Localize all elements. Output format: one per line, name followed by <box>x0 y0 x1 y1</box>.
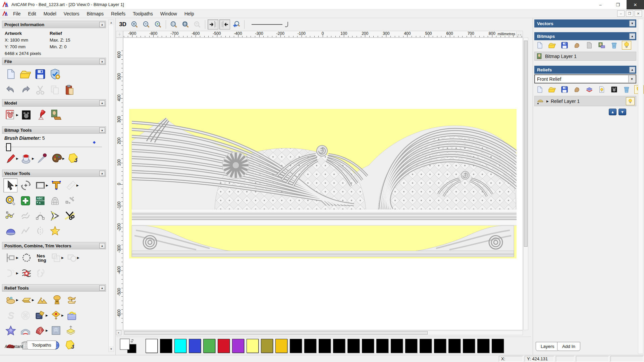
vector-flood-button[interactable] <box>62 338 77 352</box>
undo-button[interactable] <box>3 83 18 97</box>
colour-picker-button[interactable] <box>35 152 50 166</box>
create-text-button[interactable] <box>49 178 64 192</box>
flyout-arrow-icon[interactable]: ▶ <box>62 157 65 160</box>
collapse-button[interactable]: ▲ <box>99 127 105 133</box>
colour-swatch-20[interactable] <box>434 339 446 353</box>
open-model-button[interactable] <box>547 85 557 94</box>
dome-tool-button[interactable] <box>3 224 18 238</box>
flyout-arrow-icon[interactable]: ▶ <box>16 113 18 117</box>
load-relief-button[interactable] <box>64 308 79 322</box>
zoom-fit-button[interactable] <box>180 19 191 29</box>
colour-swatch-23[interactable] <box>477 339 489 353</box>
flyout-arrow-icon[interactable]: ▶ <box>16 256 18 259</box>
menu-help[interactable]: Help <box>181 9 198 18</box>
tab-assistant[interactable]: Assistant <box>2 342 26 351</box>
relief-layer-row[interactable]: ▶ Relief Layer 1 <box>534 96 636 106</box>
mdi-restore-button[interactable]: ❐ <box>626 10 633 17</box>
assistant-scrollbar[interactable]: ▲ ▼ <box>108 19 114 352</box>
collapse-button[interactable]: ▲ <box>99 171 105 176</box>
menu-bitmaps[interactable]: Bitmaps <box>83 9 108 18</box>
block-paste-button[interactable] <box>62 194 77 208</box>
colour-swatch-8[interactable] <box>261 339 273 353</box>
view-3d-button[interactable]: 3D <box>117 19 128 29</box>
paste-green-button[interactable] <box>18 194 33 208</box>
text-on-curve-button[interactable] <box>19 251 34 265</box>
collapse-button[interactable]: ▲ <box>99 243 105 248</box>
menu-toolpaths[interactable]: Toolpaths <box>129 9 157 18</box>
tab-addin[interactable]: Add In <box>557 342 580 351</box>
new-model-button[interactable] <box>535 41 544 50</box>
colour-swatch-5[interactable] <box>218 339 230 353</box>
colour-swatch-17[interactable] <box>391 339 403 353</box>
colour-swatch-24[interactable] <box>492 339 504 353</box>
open-model-button[interactable] <box>18 67 33 81</box>
paste-button[interactable] <box>62 83 77 97</box>
canvas-vertical-scrollbar[interactable] <box>523 38 528 330</box>
colour-swatch-7[interactable] <box>247 339 259 353</box>
transform-vectors-button[interactable] <box>18 178 33 192</box>
scroll-up-button[interactable]: ▲ <box>109 20 114 25</box>
flyout-arrow-icon[interactable]: ▶ <box>32 157 34 160</box>
colour-swatch-11[interactable] <box>304 339 316 353</box>
flyout-arrow-icon[interactable]: ▶ <box>32 298 34 302</box>
collapse-button[interactable]: ▲ <box>99 22 105 27</box>
vector-texture-button[interactable] <box>19 266 34 280</box>
ruler-origin-box[interactable]: ┼ <box>116 31 123 38</box>
expand-button[interactable]: ▼ <box>629 20 635 26</box>
colour-swatch-4[interactable] <box>203 339 215 353</box>
face-wizard-button[interactable] <box>49 323 63 338</box>
colour-swatch-19[interactable] <box>420 339 432 353</box>
polyline-tool-button[interactable] <box>18 224 33 238</box>
zoom-in-button[interactable] <box>129 19 140 29</box>
zoom-window-button[interactable] <box>168 19 179 29</box>
flyout-arrow-icon[interactable]: ▶ <box>15 184 18 187</box>
clay-tool-button[interactable] <box>572 85 582 94</box>
mirror-tool-button[interactable] <box>33 224 48 238</box>
flyout-arrow-icon[interactable]: ▶ <box>46 314 48 317</box>
collapse-button[interactable]: ▲ <box>629 67 635 73</box>
move-layer-up-button[interactable]: ▲ <box>609 109 616 115</box>
collapse-button[interactable]: ▲ <box>99 100 105 106</box>
relief-set-dropdown[interactable]: Front Relief ▼ <box>534 74 636 83</box>
relief-stack-button[interactable] <box>585 85 594 94</box>
bulb-page-button[interactable] <box>597 85 606 94</box>
distort-mesh-button[interactable] <box>48 194 62 208</box>
colour-swatch-12[interactable] <box>319 339 331 353</box>
node-editing-button[interactable] <box>3 209 18 223</box>
star-tool-button[interactable] <box>48 224 62 238</box>
move-layer-down-button[interactable]: ▼ <box>619 109 626 115</box>
flyout-arrow-icon[interactable]: ▶ <box>61 314 64 317</box>
colour-swatch-21[interactable] <box>448 339 461 353</box>
dropdown-arrow-icon[interactable]: ▼ <box>628 75 635 82</box>
colour-swatch-16[interactable] <box>376 339 388 353</box>
nesting-button[interactable]: Nesting <box>34 251 49 265</box>
flyout-arrow-icon[interactable]: ▶ <box>16 298 18 302</box>
shape-editor-button[interactable] <box>35 293 50 307</box>
layer-visibility-button[interactable] <box>626 97 635 105</box>
menu-edit[interactable]: Edit <box>24 9 40 18</box>
new-model-button[interactable] <box>535 85 544 94</box>
text-block-button[interactable]: ABC <box>33 194 48 208</box>
paste-relief-button[interactable] <box>63 323 78 338</box>
colour-swatch-3[interactable] <box>189 339 201 353</box>
tab-toolpaths[interactable]: Toolpaths <box>27 341 56 350</box>
menu-model[interactable]: Model <box>40 9 60 18</box>
zoom-out-button[interactable] <box>141 19 152 29</box>
colour-swatch-6[interactable] <box>232 339 244 353</box>
collapse-button[interactable]: ▲ <box>629 33 635 39</box>
lighting-button[interactable] <box>34 108 49 122</box>
cut-vector-button[interactable] <box>62 209 77 223</box>
free-sketch-button[interactable] <box>18 209 33 223</box>
mdi-close-button[interactable]: ✕ <box>635 10 642 17</box>
flyout-arrow-icon[interactable]: ▶ <box>16 157 18 160</box>
grey-page-button[interactable] <box>585 41 594 50</box>
canvas-horizontal-scrollbar[interactable] <box>123 330 523 335</box>
toggle-visibility-button[interactable] <box>622 41 631 50</box>
zoom-previous-button[interactable] <box>153 19 163 29</box>
add-relief-button[interactable] <box>50 293 64 307</box>
colour-swatch-2[interactable] <box>174 339 186 353</box>
collapse-button[interactable]: ▲ <box>99 285 105 291</box>
tab-layers[interactable]: Layers <box>536 342 559 351</box>
flyout-arrow-icon[interactable]: ▶ <box>46 329 48 332</box>
expander-icon[interactable]: ▶ <box>546 100 549 103</box>
